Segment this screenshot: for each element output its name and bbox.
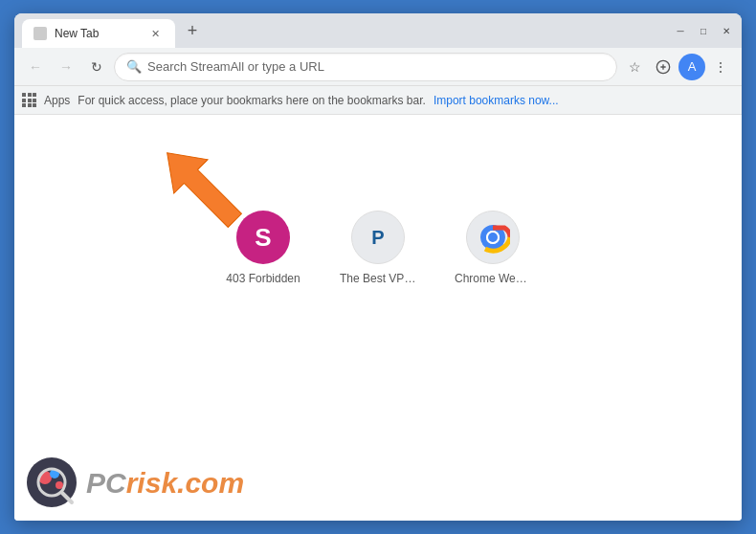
pcrisk-pc: PC	[86, 467, 126, 499]
shortcut-icon-chrome	[466, 211, 520, 264]
extension-button[interactable]	[650, 54, 677, 80]
tabs-area: New Tab ✕ +	[22, 13, 673, 48]
pcrisk-brand-text: PCrisk.com	[86, 467, 244, 500]
menu-button[interactable]: ⋮	[707, 54, 734, 80]
bookmark-star-button[interactable]: ☆	[621, 54, 648, 80]
tab-favicon	[33, 27, 47, 40]
profile-button[interactable]: A	[678, 54, 705, 80]
browser-window: New Tab ✕ + ─ □ ✕ ← → ↻ 🔍 Search StreamA…	[14, 13, 742, 521]
minimize-button[interactable]: ─	[673, 23, 688, 38]
shortcut-item-vpn[interactable]: P The Best VPN S...	[340, 211, 416, 285]
apps-label[interactable]: Apps	[44, 94, 70, 107]
shortcuts-area: S 403 Forbidden P The Best VPN S...	[225, 211, 531, 285]
back-button[interactable]: ←	[22, 54, 49, 80]
address-text: Search StreamAll or type a URL	[147, 59, 605, 74]
reload-button[interactable]: ↻	[83, 54, 110, 80]
maximize-button[interactable]: □	[696, 23, 711, 38]
shortcut-icon-vpn: P	[351, 211, 405, 264]
watermark: PCrisk.com	[26, 456, 244, 509]
import-bookmarks-link[interactable]: Import bookmarks now...	[434, 94, 559, 107]
close-button[interactable]: ✕	[719, 23, 734, 38]
pcrisk-risk: risk	[126, 467, 177, 499]
new-tab-button[interactable]: +	[179, 17, 206, 44]
svg-marker-1	[150, 136, 252, 237]
orange-arrow-icon	[148, 134, 254, 239]
title-bar: New Tab ✕ + ─ □ ✕	[14, 13, 742, 48]
pcrisk-dot-com: .com	[177, 467, 244, 499]
arrow-annotation	[148, 134, 263, 249]
tab-title: New Tab	[55, 27, 139, 40]
window-controls: ─ □ ✕	[673, 23, 734, 38]
bookmarks-hint-text: For quick access, place your bookmarks h…	[78, 94, 426, 107]
shortcut-item-chrome[interactable]: Chrome Web St...	[455, 211, 531, 285]
bookmarks-bar: Apps For quick access, place your bookma…	[14, 86, 742, 115]
shortcut-label-forbidden: 403 Forbidden	[226, 272, 300, 285]
search-icon: 🔍	[126, 59, 142, 74]
forward-button[interactable]: →	[53, 54, 79, 80]
address-bar[interactable]: 🔍 Search StreamAll or type a URL	[114, 53, 617, 81]
main-content: S 403 Forbidden P The Best VPN S...	[14, 115, 742, 521]
active-tab[interactable]: New Tab ✕	[22, 19, 175, 48]
svg-point-5	[488, 233, 498, 242]
shortcut-label-chrome: Chrome Web St...	[455, 272, 531, 285]
pcrisk-logo-icon	[26, 456, 78, 509]
apps-grid-icon	[22, 93, 36, 107]
tab-close-button[interactable]: ✕	[146, 25, 164, 42]
shortcut-label-vpn: The Best VPN S...	[340, 272, 416, 285]
toolbar: ← → ↻ 🔍 Search StreamAll or type a URL ☆…	[14, 48, 742, 86]
toolbar-right-icons: ☆ A ⋮	[621, 54, 734, 80]
svg-point-9	[56, 481, 63, 489]
